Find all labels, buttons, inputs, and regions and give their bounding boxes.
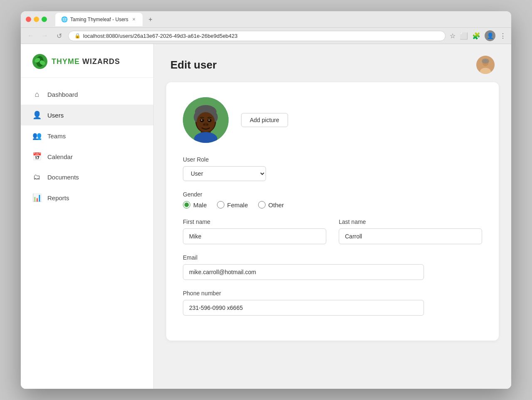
tab-favicon: 🌐 [61,16,68,22]
user-role-select[interactable]: User Admin Manager [183,166,266,181]
title-bar: 🌐 Taming Thymeleaf - Users ✕ + [21,11,511,28]
logo-text: THYME WIZARDS [52,57,120,66]
sidebar-item-users[interactable]: 👤 Users [21,105,153,125]
extensions-icon[interactable]: 🧩 [472,32,480,40]
sidebar-item-label: Calendar [47,153,73,160]
phone-input[interactable] [183,300,424,316]
gender-female-label: Female [227,201,248,209]
sidebar-item-teams[interactable]: 👥 Teams [21,125,153,146]
new-tab-button[interactable]: + [145,14,156,25]
avatar-image [476,56,495,74]
maximize-button[interactable] [42,17,47,22]
page-title: Edit user [170,59,217,71]
sidebar: THYME WIZARDS ⌂ Dashboard 👤 Users 👥 Team… [21,44,154,389]
email-group: Email [183,254,482,280]
gender-radio-group: Male Female Other [183,201,482,209]
home-icon: ⌂ [32,90,42,99]
active-tab[interactable]: 🌐 Taming Thymeleaf - Users ✕ [55,13,143,26]
tab-bar: 🌐 Taming Thymeleaf - Users ✕ + [55,13,506,26]
gender-female-radio[interactable] [217,201,224,209]
sidebar-item-reports[interactable]: 📊 Reports [21,187,153,208]
calendar-icon: 📅 [32,152,42,161]
tab-title: Taming Thymeleaf - Users [70,17,128,22]
sidebar-nav: ⌂ Dashboard 👤 Users 👥 Teams 📅 Calendar 🗂 [21,78,153,389]
last-name-label: Last name [339,218,482,225]
refresh-button[interactable]: ↺ [54,31,64,41]
avatar-svg [183,97,229,143]
gender-male-label: Male [193,201,207,209]
gender-other-radio[interactable] [258,201,266,209]
form-card: Add picture User Role User Admin Manager… [166,82,499,341]
sidebar-item-label: Teams [47,133,66,140]
sidebar-item-documents[interactable]: 🗂 Documents [21,167,153,187]
gender-male-radio[interactable] [183,201,190,209]
gender-group: Gender Male Female Other [183,191,482,209]
avatar-section: Add picture [183,97,482,143]
sidebar-item-label: Documents [47,174,79,181]
first-name-group: First name [183,218,326,244]
svg-point-20 [201,120,202,121]
sidebar-logo: THYME WIZARDS [21,44,153,78]
app-container: THYME WIZARDS ⌂ Dashboard 👤 Users 👥 Team… [21,44,511,389]
user-role-label: User Role [183,156,482,163]
sidebar-item-label: Reports [47,194,69,201]
address-bar: ← → ↺ 🔒 localhost:8080/users/26a13e67-20… [21,28,511,44]
traffic-lights [26,17,47,22]
tab-close-button[interactable]: ✕ [131,17,137,22]
user-profile-avatar[interactable] [476,56,495,74]
sidebar-item-calendar[interactable]: 📅 Calendar [21,146,153,167]
last-name-input[interactable] [339,228,482,244]
phone-group: Phone number [183,290,482,316]
email-input[interactable] [183,264,424,280]
svg-point-8 [482,59,489,64]
gender-female[interactable]: Female [217,201,248,209]
first-name-label: First name [183,218,326,225]
sidebar-item-label: Dashboard [47,91,78,98]
sidebar-item-dashboard[interactable]: ⌂ Dashboard [21,84,153,105]
logo-icon [32,54,47,69]
gender-other-label: Other [268,201,284,209]
add-picture-button[interactable]: Add picture [241,113,288,127]
svg-point-21 [209,120,210,121]
lock-icon: 🔒 [74,33,81,39]
star-icon[interactable]: ☆ [450,32,456,40]
name-row: First name Last name [183,218,482,254]
address-actions: ☆ ⬜ 🧩 👤 ⋮ [450,30,506,41]
last-name-group: Last name [339,218,482,244]
phone-label: Phone number [183,290,482,297]
page-header: Edit user [154,44,511,82]
users-icon: 👤 [32,110,42,120]
close-button[interactable] [26,17,31,22]
main-content: Edit user [154,44,511,389]
first-name-input[interactable] [183,228,326,244]
url-text: localhost:8080/users/26a13e67-2026-49d3-… [83,33,238,39]
gender-label: Gender [183,191,482,198]
svg-point-23 [203,124,205,126]
cast-icon[interactable]: ⬜ [460,32,468,40]
teams-icon: 👥 [32,131,42,140]
minimize-button[interactable] [34,17,39,22]
svg-point-24 [207,124,209,126]
back-button[interactable]: ← [26,31,36,41]
user-avatar [183,97,229,143]
forward-button[interactable]: → [40,31,50,41]
reports-icon: 📊 [32,193,42,202]
gender-other[interactable]: Other [258,201,284,209]
user-role-group: User Role User Admin Manager [183,156,482,181]
menu-icon[interactable]: ⋮ [500,32,506,40]
documents-icon: 🗂 [32,173,42,182]
sidebar-item-label: Users [47,112,64,119]
url-bar[interactable]: 🔒 localhost:8080/users/26a13e67-2026-49d… [68,31,446,41]
gender-male[interactable]: Male [183,201,207,209]
email-label: Email [183,254,482,261]
browser-window: 🌐 Taming Thymeleaf - Users ✕ + ← → ↺ 🔒 l… [21,11,511,389]
profile-avatar[interactable]: 👤 [485,30,495,41]
